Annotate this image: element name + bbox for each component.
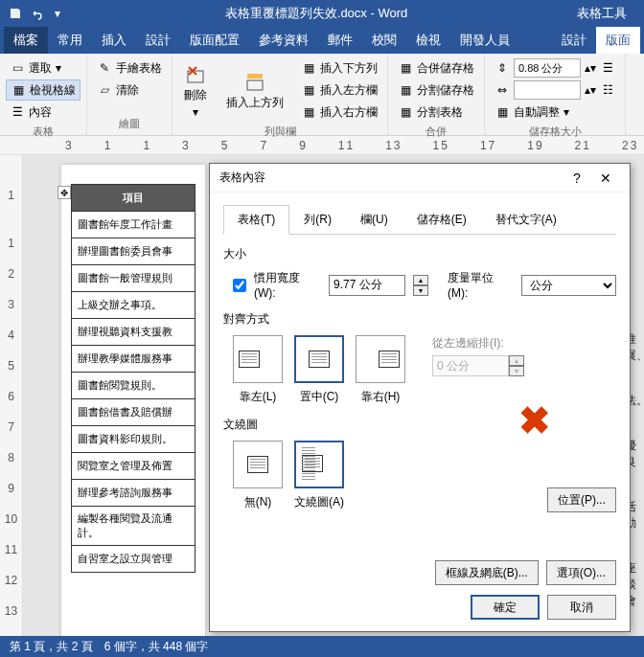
tab-design[interactable]: 設計 (136, 27, 180, 54)
tab-table-design[interactable]: 設計 (552, 27, 596, 54)
split-table-icon: ▦ (398, 104, 413, 120)
height-input[interactable] (514, 58, 581, 78)
split-table-button[interactable]: ▦分割表格 (394, 102, 478, 123)
tab-view[interactable]: 檢視 (406, 27, 450, 54)
draw-table-button[interactable]: ✎手繪表格 (93, 57, 166, 79)
align-left-option[interactable] (233, 335, 283, 383)
tab-mailings[interactable]: 郵件 (318, 27, 362, 54)
pencil-icon: ✎ (97, 60, 112, 76)
insert-left-icon: ▦ (301, 82, 316, 98)
width-spin-down[interactable]: ▼ (413, 285, 428, 296)
cancel-button[interactable]: 取消 (547, 595, 616, 620)
position-button[interactable]: 位置(P)... (547, 487, 616, 512)
tool-context-title: 表格工具 (567, 5, 636, 22)
save-icon[interactable] (8, 6, 23, 21)
tab-review[interactable]: 校閱 (362, 27, 406, 54)
autofit-button[interactable]: ▦自動調整▾ (491, 102, 619, 123)
table-cell[interactable]: 上級交辦之事項。 (72, 292, 196, 319)
insert-below-button[interactable]: ▦插入下方列 (297, 57, 381, 79)
wrap-around-option[interactable] (294, 441, 344, 488)
view-gridlines-button[interactable]: ▦檢視格線 (6, 79, 80, 101)
insert-left-button[interactable]: ▦插入左方欄 (297, 79, 381, 101)
align-right-option[interactable] (356, 335, 405, 383)
tab-home[interactable]: 常用 (48, 27, 92, 54)
row-height-field[interactable]: ⇕▴▾☰ (491, 57, 619, 79)
group-draw-label: 繪圖 (93, 117, 166, 131)
group-table-label: 表格 (6, 125, 80, 139)
select-button[interactable]: ▭選取▾ (6, 57, 80, 79)
properties-button[interactable]: ☰內容 (6, 102, 80, 123)
table-move-handle[interactable]: ✥ (58, 186, 71, 199)
preferred-width-checkbox[interactable] (233, 279, 246, 292)
status-words[interactable]: 6 個字，共 448 個字 (104, 639, 209, 655)
insert-right-button[interactable]: ▦插入右方欄 (297, 102, 381, 123)
grid-icon: ▦ (11, 82, 26, 98)
align-right-label: 靠右(H) (361, 389, 401, 405)
tab-developer[interactable]: 開發人員 (450, 27, 519, 54)
dialog-tab-table[interactable]: 表格(T) (223, 205, 289, 235)
table-cell[interactable]: 編製各種閱覽及流通計。 (72, 507, 196, 546)
table-cell[interactable]: 圖書館閱覽規則。 (72, 373, 196, 399)
dialog-tab-column[interactable]: 欄(U) (346, 205, 402, 235)
undo-icon[interactable] (29, 6, 44, 21)
table-cell[interactable]: 圖書館一般管理規則 (72, 265, 196, 292)
split-icon: ▦ (398, 82, 413, 98)
table-cell[interactable]: 辦理參考諮詢服務事 (72, 480, 196, 507)
vertical-ruler: 112345678910111213141 (0, 155, 23, 657)
status-page[interactable]: 第 1 頁，共 2 頁 (10, 639, 93, 655)
table-cell[interactable]: 圖書館借書及賠償辦 (72, 399, 196, 426)
tab-layout[interactable]: 版面配置 (180, 27, 249, 54)
table-cell[interactable]: 閱覽室之管理及佈置 (72, 453, 196, 480)
options-button[interactable]: 選項(O)... (546, 560, 616, 585)
dialog-tab-alt[interactable]: 替代文字(A) (481, 205, 571, 235)
status-bar: 第 1 頁，共 2 頁 6 個字，共 448 個字 (0, 636, 644, 657)
delete-icon (184, 62, 207, 85)
table-cell[interactable]: 辦理教學媒體服務事 (72, 346, 196, 373)
width-spin-up[interactable]: ▲ (413, 275, 428, 285)
document-page: 項目 圖書館年度工作計畫辦理圖書館委員會事圖書館一般管理規則上級交辦之事項。辦理… (61, 165, 205, 657)
wrap-none-option[interactable] (233, 441, 283, 488)
table-cell[interactable]: 辦理視聽資料支援教 (72, 319, 196, 346)
dialog-help-button[interactable]: ? (563, 164, 591, 193)
table-cell[interactable]: 自習室之設立與管理 (72, 546, 196, 573)
dialog-tab-row[interactable]: 列(R) (289, 205, 346, 235)
tab-file[interactable]: 檔案 (4, 27, 48, 54)
measure-select[interactable]: 公分 (521, 275, 616, 296)
tab-insert[interactable]: 插入 (92, 27, 136, 54)
merge-icon: ▦ (398, 60, 413, 76)
align-left-label: 靠左(L) (240, 389, 277, 405)
ok-button[interactable]: 確定 (471, 595, 540, 620)
table-header[interactable]: 項目 (72, 185, 196, 212)
dialog-tab-cell[interactable]: 儲存格(E) (402, 205, 481, 235)
table-cell[interactable]: 圖書館年度工作計畫 (72, 212, 196, 238)
merge-cells-button[interactable]: ▦合併儲存格 (394, 57, 478, 79)
ribbon-tabs: 檔案 常用 插入 設計 版面配置 參考資料 郵件 校閱 檢視 開發人員 設計 版… (0, 27, 644, 54)
align-center-option[interactable] (294, 335, 344, 383)
document-title: 表格重覆標題列失效.docx - Word (65, 5, 567, 22)
preferred-width-input[interactable] (329, 275, 405, 296)
distribute-rows-icon[interactable]: ☰ (600, 60, 615, 76)
insert-above-button[interactable]: 插入上方列 (220, 57, 289, 123)
size-section-label: 大小 (223, 246, 616, 262)
width-input[interactable] (514, 80, 581, 100)
delete-button[interactable]: 刪除▾ (178, 57, 213, 123)
insert-below-icon: ▦ (301, 60, 316, 76)
tab-references[interactable]: 參考資料 (249, 27, 318, 54)
split-cells-button[interactable]: ▦分割儲存格 (394, 79, 478, 101)
table-cell[interactable]: 圖書資料影印規則。 (72, 426, 196, 453)
indent-label: 從左邊縮排(I): (432, 335, 524, 351)
group-rowcol-label: 列與欄 (178, 125, 381, 139)
tab-table-layout[interactable]: 版面 (596, 27, 640, 54)
alignment-section-label: 對齊方式 (223, 311, 616, 328)
dropdown-icon[interactable]: ▾ (50, 6, 65, 21)
dialog-close-button[interactable]: ✕ (591, 164, 620, 193)
width-icon: ⇔ (494, 82, 510, 98)
borders-button[interactable]: 框線及網底(B)... (435, 560, 539, 585)
distribute-cols-icon[interactable]: ☷ (600, 82, 615, 98)
eraser-button[interactable]: ▱清除 (93, 79, 166, 101)
table-cell[interactable]: 辦理圖書館委員會事 (72, 238, 196, 265)
properties-icon: ☰ (10, 104, 25, 120)
document-table[interactable]: 項目 圖書館年度工作計畫辦理圖書館委員會事圖書館一般管理規則上級交辦之事項。辦理… (71, 184, 196, 573)
autofit-icon: ▦ (494, 104, 510, 120)
table-properties-dialog: 表格內容 ? ✕ 表格(T) 列(R) 欄(U) 儲存格(E) 替代文字(A) … (209, 163, 631, 632)
